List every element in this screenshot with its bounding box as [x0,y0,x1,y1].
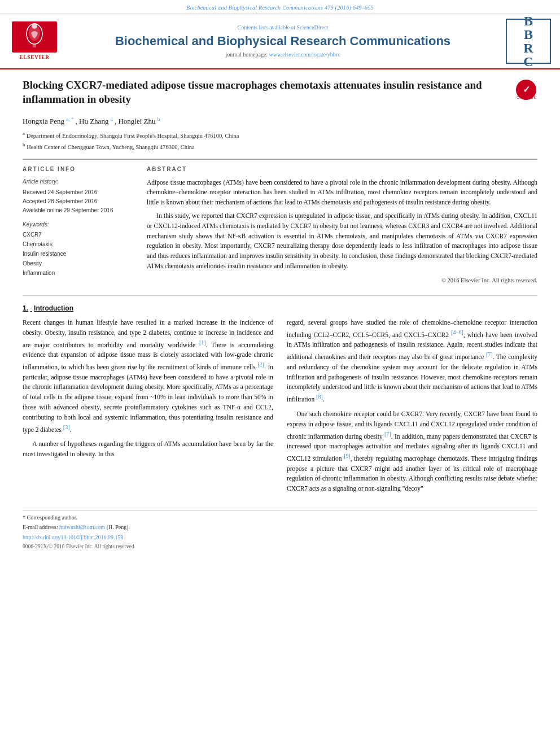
article-content: Blocking CXCR7-mediated adipose tissue m… [0,69,560,561]
journal-center-header: Contents lists available at ScienceDirec… [60,24,506,59]
article-info-column: ARTICLE INFO Article history: Received 2… [23,165,135,286]
sciencedirect-link: Contents lists available at ScienceDirec… [65,24,500,32]
journal-homepage: journal homepage: www.elsevier.com/locat… [65,51,500,59]
elsevier-logo: ELSEVIER [9,21,60,61]
article-title: Blocking CXCR7-mediated adipose tissue m… [23,78,509,106]
keywords-list: CXCR7 Chemotaxis Insulin resistance Obes… [23,230,135,278]
journal-reference-bar: Biochemical and Biophysical Research Com… [0,0,560,14]
affiliations: a Department of Endocrinology, Shangqiu … [23,130,537,152]
elsevier-brand-text: ELSEVIER [19,54,50,61]
introduction-title: 1. Introduction [23,304,537,313]
abstract-copyright: © 2016 Elsevier Inc. All rights reserved… [147,276,537,285]
header-divider [23,159,537,160]
crossmark-icon: ✓ CrossMark [515,78,537,101]
introduction-section: 1. Introduction Recent changes in human … [23,295,537,499]
authors: Hongxia Peng a, * , Hu Zhang a , Honglei… [23,116,537,127]
journal-header: ELSEVIER Contents lists available at Sci… [0,14,560,69]
abstract-heading: ABSTRACT [147,165,537,173]
introduction-body: Recent changes in human lifestyle have r… [23,318,537,499]
author-email[interactable]: huiwushi@tom.com [59,524,105,530]
abstract-text: Adipose tissue macrophages (ATMs) have b… [147,178,537,286]
abstract-column: ABSTRACT Adipose tissue macrophages (ATM… [147,165,537,286]
doi-link[interactable]: http://dx.doi.org/10.1016/j.bbrc.2016.09… [23,534,537,541]
journal-reference: Biochemical and Biophysical Research Com… [186,5,374,11]
homepage-url[interactable]: www.elsevier.com/locate/ybbrc [269,51,340,58]
keywords-heading: Keywords: [23,221,135,229]
svg-text:✓: ✓ [523,85,530,94]
svg-text:CrossMark: CrossMark [517,95,536,99]
bbrc-logo: BBRC [506,19,551,64]
svg-point-5 [32,23,37,29]
journal-title-header: Biochemical and Biophysical Research Com… [65,34,500,49]
copyright-footer: 0006-291X/© 2016 Elsevier Inc. All right… [23,543,537,551]
intro-col-right: regard, several groups have studied the … [287,318,537,499]
article-info-heading: ARTICLE INFO [23,165,135,173]
article-history-label: Article history: [23,178,135,186]
elsevier-tree-icon [12,21,57,53]
article-title-section: Blocking CXCR7-mediated adipose tissue m… [23,78,537,110]
intro-col-left: Recent changes in human lifestyle have r… [23,318,273,499]
footnote-section: * Corresponding author. E-mail address: … [23,510,537,551]
article-dates: Received 24 September 2016 Accepted 28 S… [23,188,135,215]
article-info-abstract-section: ARTICLE INFO Article history: Received 2… [23,165,537,286]
